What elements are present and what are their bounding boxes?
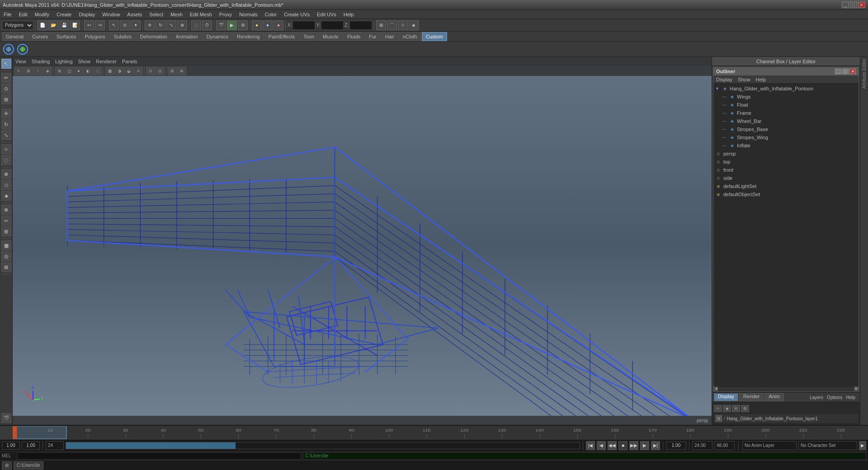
menu-help[interactable]: Help bbox=[342, 11, 356, 18]
camera-settings-button[interactable]: ◎ bbox=[156, 67, 165, 75]
scale-tool-button[interactable]: ⤡ bbox=[166, 20, 176, 30]
aa-button[interactable]: A bbox=[134, 67, 143, 75]
snap-mode-button[interactable]: ⊹ bbox=[1, 144, 11, 154]
snap-surface-button[interactable]: ◈ bbox=[409, 20, 419, 30]
hscroll-right-button[interactable]: ▶ bbox=[854, 386, 859, 391]
outliner-item-front[interactable]: ◎ front bbox=[713, 166, 859, 174]
end-frame-field[interactable] bbox=[666, 442, 686, 450]
lighting-menu[interactable]: Lighting bbox=[55, 59, 73, 64]
help-submenu[interactable]: Help bbox=[846, 395, 855, 400]
shadows-button[interactable]: ◑ bbox=[115, 67, 124, 75]
snap-curve-button[interactable]: ⌒ bbox=[387, 20, 397, 30]
current-frame-input[interactable] bbox=[22, 442, 40, 450]
shelf-tab-muscle[interactable]: Muscle bbox=[319, 32, 343, 41]
shelf-tab-rendering[interactable]: Rendering bbox=[233, 32, 264, 41]
camera-view-button[interactable]: ◎ bbox=[1, 251, 11, 261]
bounding-box-button[interactable]: □ bbox=[93, 67, 102, 75]
display-mode-button[interactable]: ▦ bbox=[1, 240, 11, 250]
isolate-select-button[interactable]: ⊙ bbox=[146, 67, 155, 75]
outliner-item-default-object-set[interactable]: ◉ defaultObjectSet bbox=[713, 190, 859, 198]
taskbar-item-maya[interactable]: C:\Users\lie bbox=[14, 461, 43, 470]
component-vp-button[interactable]: ◈ bbox=[43, 67, 52, 75]
mode-selector[interactable]: Polygons Surfaces Dynamics Rendering Ani… bbox=[2, 21, 33, 30]
outliner-maximize-button[interactable]: □ bbox=[842, 69, 849, 74]
paint-select-button[interactable]: ✦ bbox=[131, 20, 141, 30]
open-scene-button[interactable]: 📂 bbox=[48, 20, 58, 30]
snap-grid-button[interactable]: ⊞ bbox=[376, 20, 386, 30]
menu-file[interactable]: File bbox=[2, 11, 14, 18]
outliner-item-persp[interactable]: ◎ persp bbox=[713, 150, 859, 158]
undo-button[interactable]: ↩ bbox=[84, 20, 94, 30]
outliner-item-float[interactable]: — ◈ Float bbox=[713, 101, 859, 109]
layer-options-button[interactable]: ⚙ bbox=[741, 405, 749, 412]
stop-button[interactable]: ■ bbox=[618, 441, 627, 450]
move-tool-button[interactable]: ✛ bbox=[145, 20, 155, 30]
close-button[interactable]: ✕ bbox=[858, 2, 865, 8]
menu-mesh[interactable]: Mesh bbox=[169, 11, 184, 18]
renderer-menu[interactable]: Renderer bbox=[96, 59, 117, 64]
maximize-button[interactable]: □ bbox=[850, 2, 857, 8]
outliner-item-wings[interactable]: — ◈ Wings bbox=[713, 93, 859, 101]
shelf-tab-animation[interactable]: Animation bbox=[172, 32, 202, 41]
z-field[interactable] bbox=[349, 21, 372, 30]
grid-button[interactable]: ⊞ bbox=[1, 262, 11, 272]
new-layer-from-selected-button[interactable]: ◈ bbox=[723, 405, 731, 412]
shelf-tab-ncloth[interactable]: nCloth bbox=[399, 32, 421, 41]
boolean-button[interactable]: ⊗ bbox=[1, 205, 11, 215]
shelf-tab-painteffects[interactable]: PaintEffects bbox=[264, 32, 299, 41]
smooth-shaded-button[interactable]: ● bbox=[74, 67, 83, 75]
layer-visibility-button[interactable]: V bbox=[716, 415, 722, 422]
x-field[interactable] bbox=[292, 21, 315, 30]
skip-to-start-button[interactable]: |◀ bbox=[586, 441, 595, 450]
render-tab[interactable]: Render bbox=[739, 393, 764, 401]
outliner-minimize-button[interactable]: _ bbox=[835, 69, 841, 74]
shelf-tab-surfaces[interactable]: Surfaces bbox=[52, 32, 80, 41]
select-vp-button[interactable]: ↖ bbox=[14, 67, 24, 75]
move-tool-lt[interactable]: ✛ bbox=[1, 108, 11, 118]
rotate-tool-button[interactable]: ↻ bbox=[156, 20, 165, 30]
menu-modify[interactable]: Modify bbox=[33, 11, 51, 18]
shelf-tab-fur[interactable]: Fur bbox=[365, 32, 381, 41]
outliner-item-frame[interactable]: — ◈ Frame bbox=[713, 109, 859, 117]
shelf-tab-toon[interactable]: Toon bbox=[299, 32, 318, 41]
show-menu[interactable]: Show bbox=[78, 59, 91, 64]
step-forward-button[interactable]: ▶ bbox=[640, 441, 649, 450]
start-frame-input[interactable] bbox=[2, 442, 20, 450]
light3-button[interactable]: ● bbox=[274, 20, 283, 30]
history-button[interactable]: ⏱ bbox=[202, 20, 212, 30]
minimize-button[interactable]: _ bbox=[842, 2, 849, 8]
ipr-render-button[interactable]: ▶ bbox=[227, 20, 237, 30]
shading-menu[interactable]: Shading bbox=[32, 59, 50, 64]
hscroll-left-button[interactable]: ◀ bbox=[713, 386, 718, 391]
panels-menu[interactable]: Panels bbox=[122, 59, 137, 64]
menu-edit-mesh[interactable]: Edit Mesh bbox=[188, 11, 214, 18]
append-button[interactable]: ⊞ bbox=[1, 226, 11, 236]
command-input[interactable] bbox=[17, 452, 301, 460]
outliner-item-root[interactable]: ▼ ◈ Hang_Glider_with_Inflatable_Pontoon bbox=[713, 85, 859, 93]
hierarchy-vp-button[interactable]: ⊞ bbox=[24, 67, 33, 75]
shelf-tab-polygons[interactable]: Polygons bbox=[80, 32, 109, 41]
outliner-item-side[interactable]: ◎ side bbox=[713, 174, 859, 182]
paint-tool-button[interactable]: ✏ bbox=[1, 73, 11, 83]
attribute-editor-label[interactable]: Attribute Editor bbox=[862, 59, 867, 89]
sculpt-tool-button[interactable]: ⊙ bbox=[1, 84, 11, 94]
taskbar-item-start[interactable]: ⊞ bbox=[2, 461, 12, 470]
lattice-button[interactable]: ⊞ bbox=[1, 94, 11, 104]
view-menu[interactable]: View bbox=[15, 59, 26, 64]
outliner-show-menu[interactable]: Show bbox=[738, 77, 750, 82]
ambient-occlusion-button[interactable]: ◒ bbox=[124, 67, 133, 75]
render-lt-button[interactable]: 🎬 bbox=[1, 413, 11, 423]
snap-point-button[interactable]: ⊹ bbox=[398, 20, 408, 30]
y-field[interactable] bbox=[321, 21, 344, 30]
wireframe-button[interactable]: ⊞ bbox=[55, 67, 64, 75]
menu-select[interactable]: Select bbox=[147, 11, 165, 18]
menu-window[interactable]: Window bbox=[100, 11, 122, 18]
object-vp-button[interactable]: ○ bbox=[33, 67, 42, 75]
menu-assets[interactable]: Assets bbox=[125, 11, 144, 18]
shelf-tab-subdivs[interactable]: Subdivs bbox=[110, 32, 136, 41]
outliner-item-top[interactable]: ◎ top bbox=[713, 158, 859, 166]
new-layer-button[interactable]: + bbox=[714, 405, 722, 412]
lasso-select-button[interactable]: ⊙ bbox=[120, 20, 130, 30]
shelf-tab-deformation[interactable]: Deformation bbox=[136, 32, 171, 41]
shelf-tab-fluids[interactable]: Fluids bbox=[343, 32, 364, 41]
